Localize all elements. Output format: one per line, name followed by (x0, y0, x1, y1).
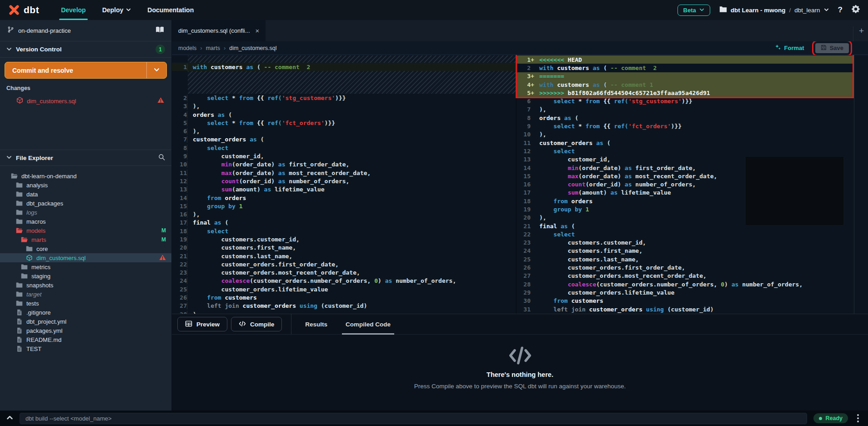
version-control-header[interactable]: Version Control 1 (0, 41, 171, 57)
code-line-24[interactable]: 24 customers.first_name, (517, 247, 854, 255)
code-line-28[interactable]: 28) (172, 310, 516, 314)
code-line-6[interactable]: 6), (172, 127, 516, 135)
tree-item-snapshots[interactable]: snapshots (0, 281, 171, 290)
code-line-22[interactable]: 22 select (517, 230, 854, 238)
commit-and-resolve-button[interactable]: Commit and resolve (5, 62, 167, 79)
help-button[interactable]: ? (838, 5, 843, 15)
tree-item-README.md[interactable]: README.md (0, 335, 171, 344)
code-line-6[interactable]: 6 select * from {{ ref('stg_customers')}… (517, 97, 854, 105)
tree-item-target[interactable]: target (0, 290, 171, 299)
tree-item-packages.yml[interactable]: packages.yml (0, 326, 171, 335)
code-line-25[interactable]: 25 customer_orders.lifetime_value (172, 285, 516, 293)
code-line-17[interactable]: 17final as ( (172, 219, 516, 227)
code-line-1[interactable]: 1+<<<<<<< HEAD (517, 55, 854, 64)
tree-item-models[interactable]: modelsM (0, 226, 171, 235)
tree-item-marts[interactable]: martsM (0, 235, 171, 244)
code-line-24[interactable]: 24 coalesce(customer_orders.number_of_or… (172, 277, 516, 285)
code-line-3[interactable]: 3), (172, 102, 516, 110)
code-line-3[interactable]: 3+======= (517, 72, 854, 80)
breadcrumb-file[interactable]: dim_customers.sql (229, 45, 276, 51)
code-line-11[interactable]: 11 max(order_date) as most_recent_order_… (172, 169, 516, 177)
code-line-15[interactable]: 15 group by 1 (172, 202, 516, 210)
tree-item-logs[interactable]: logs (0, 208, 171, 217)
code-line-30[interactable]: 30 from customers (517, 297, 854, 305)
tree-item-tests[interactable]: tests (0, 299, 171, 308)
dbt-brand[interactable]: dbt (8, 4, 39, 16)
tab-results[interactable]: Results (296, 314, 336, 335)
scrollbar-gutter[interactable] (854, 55, 868, 314)
code-line-8[interactable]: 8 select (172, 144, 516, 152)
code-line-20[interactable]: 20 customers.first_name, (172, 244, 516, 252)
tree-item-data[interactable]: data (0, 190, 171, 199)
tree-item-.gitignore[interactable]: .gitignore (0, 308, 171, 317)
code-line-9[interactable]: 9 customer_id, (172, 152, 516, 160)
code-line-21[interactable]: 21 customers.last_name, (172, 252, 516, 260)
code-line-27[interactable]: 27 customer_orders.most_recent_order_dat… (517, 272, 854, 280)
settings-gear-icon[interactable] (852, 5, 860, 15)
code-line-4[interactable]: 4+with customers as ( -- comment 1 (517, 80, 854, 89)
code-line-18[interactable]: 18 select (172, 227, 516, 235)
tree-item-core[interactable]: core (0, 244, 171, 253)
git-branch-row[interactable]: on-demand-practice (0, 20, 171, 41)
search-icon[interactable] (158, 154, 165, 162)
tree-item-macros[interactable]: macros (0, 217, 171, 226)
tree-item-metrics[interactable]: metrics (0, 262, 171, 271)
tab-compiled-code[interactable]: Compiled Code (336, 314, 400, 335)
breadcrumb-marts[interactable]: marts (206, 45, 220, 51)
code-line-25[interactable]: 25 customers.last_name, (517, 255, 854, 263)
commit-options-caret[interactable] (146, 62, 166, 78)
code-line-7[interactable]: 7customer_orders as ( (172, 135, 516, 144)
breadcrumb-models[interactable]: models (178, 45, 196, 51)
kebab-menu[interactable] (854, 412, 862, 424)
new-tab-button[interactable]: + (859, 20, 864, 41)
code-line-5[interactable]: 5+>>>>>>> b81f802a66fd544504c65721e3ffaa… (517, 89, 854, 97)
tree-item-analysis[interactable]: analysis (0, 180, 171, 190)
code-line-2[interactable]: 2 select * from {{ ref('stg_customers')}… (172, 94, 516, 102)
format-button[interactable]: Format (775, 44, 804, 52)
chevron-up-icon[interactable] (6, 414, 13, 423)
code-line-26[interactable]: 26 customer_orders.first_order_date, (517, 263, 854, 271)
code-line-14[interactable]: 14 from orders (172, 194, 516, 202)
code-line-32[interactable]: 32) (517, 313, 854, 314)
code-line-5[interactable]: 5 select * from {{ ref('fct_orders')}} (172, 119, 516, 127)
collapsed-conflict-region[interactable] (188, 71, 516, 94)
code-line-23[interactable]: 23 customers.customer_id, (517, 239, 854, 247)
save-button[interactable]: Save (815, 43, 849, 53)
changed-file-item[interactable]: dim_customers.sql (0, 96, 171, 106)
code-line-23[interactable]: 23 customer_orders.most_recent_order_dat… (172, 269, 516, 277)
code-line-22[interactable]: 22 customer_orders.first_order_date, (172, 260, 516, 268)
tree-item-staging[interactable]: staging (0, 271, 171, 281)
close-icon[interactable]: × (256, 27, 260, 35)
code-line-12[interactable]: 12 count(order_id) as number_of_orders, (172, 177, 516, 185)
tab-dim-customers[interactable]: dim_customers.sql (confli... × (172, 20, 266, 41)
account-project-selector[interactable]: dbt Learn - mwong / dbt_learn (719, 6, 829, 15)
tree-item-TEST[interactable]: TEST (0, 344, 171, 353)
code-line-29[interactable]: 29 customer_orders.lifetime_value (517, 288, 854, 296)
docs-book-icon[interactable] (156, 26, 164, 35)
code-line-4[interactable]: 4orders as ( (172, 110, 516, 119)
tree-item-dbt_project.yml[interactable]: dbt_project.yml (0, 317, 171, 326)
preview-button[interactable]: Preview (177, 317, 227, 331)
tree-item-dim_customers.sql[interactable]: dim_customers.sql (0, 253, 171, 262)
status-badge[interactable]: Ready (813, 413, 848, 423)
nav-develop[interactable]: Develop (55, 0, 92, 20)
code-line-8[interactable]: 8orders as ( (517, 114, 854, 122)
nav-documentation[interactable]: Documentation (141, 0, 200, 20)
code-line-10[interactable]: 10 min(order_date) as first_order_date, (172, 160, 516, 169)
code-line-7[interactable]: 7), (517, 105, 854, 114)
code-line-12[interactable]: 12 select (517, 147, 854, 155)
beta-selector[interactable]: Beta (677, 5, 710, 16)
code-line-26[interactable]: 26 from customers (172, 293, 516, 301)
tree-item-dbt-learn-on-demand[interactable]: dbt-learn-on-demand (0, 171, 171, 180)
nav-deploy[interactable]: Deploy (96, 0, 138, 20)
code-line-11[interactable]: 11customer_orders as ( (517, 139, 854, 147)
command-input[interactable] (20, 413, 807, 424)
compile-button[interactable]: Compile (231, 317, 282, 331)
code-line-31[interactable]: 31 left join customer_orders using (cust… (517, 305, 854, 313)
code-line-1[interactable]: 1with customers as ( -- comment 2 (172, 63, 516, 71)
editor-pane-working[interactable]: 1with customers as ( -- comment 22 selec… (172, 55, 517, 314)
code-line-19[interactable]: 19 customers.customer_id, (172, 235, 516, 243)
code-line-28[interactable]: 28 coalesce(customer_orders.number_of_or… (517, 280, 854, 288)
tree-item-dbt_packages[interactable]: dbt_packages (0, 199, 171, 208)
collapsed-conflict-region[interactable] (188, 55, 516, 63)
